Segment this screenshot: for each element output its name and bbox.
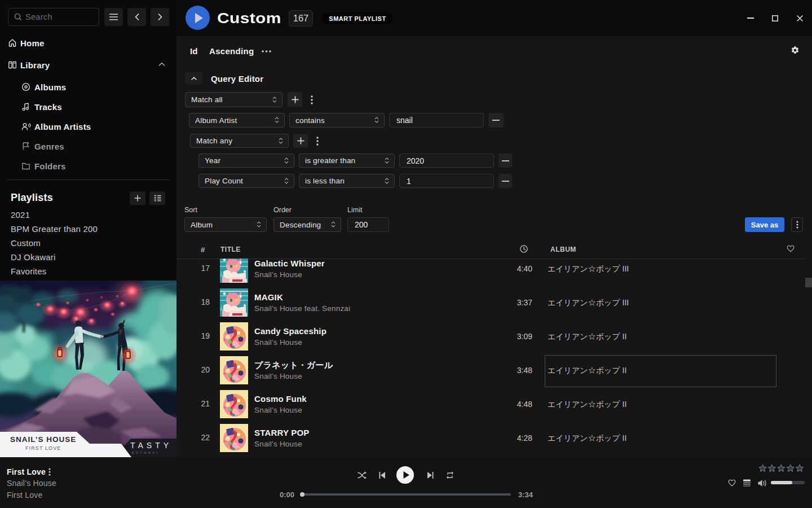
svg-text:TASTY: TASTY xyxy=(130,441,172,450)
svg-text:BSTMRXI: BSTMRXI xyxy=(132,451,159,454)
svg-text:SNAIL’S HOUSE: SNAIL’S HOUSE xyxy=(10,435,76,444)
svg-text:FIRST LOVE: FIRST LOVE xyxy=(25,445,61,451)
